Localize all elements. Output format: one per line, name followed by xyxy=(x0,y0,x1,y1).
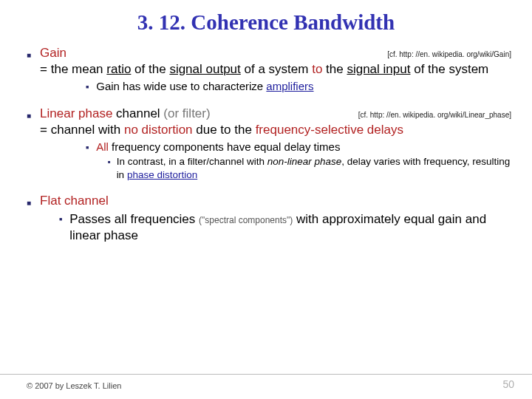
bullet-linear-phase: ■ Linear phase channel (or filter) [cf. … xyxy=(27,106,511,138)
page-number: 50 xyxy=(502,378,514,390)
square-bullet-icon: ■ xyxy=(86,83,89,90)
square-bullet-icon: ■ xyxy=(86,144,89,151)
term-gain: Gain xyxy=(40,45,66,61)
bullet-gain: ■ Gain [cf. http: //en. wikipedia. org/w… xyxy=(27,45,511,78)
square-bullet-icon: ■ xyxy=(59,216,62,222)
term-flat-channel: Flat channel xyxy=(40,194,109,208)
ref-linear-phase: [cf. http: //en. wikipedia. org/wiki/Lin… xyxy=(358,110,511,120)
slide-title: 3. 12. Coherence Bandwidth xyxy=(0,0,532,35)
footer: © 2007 by Leszek T. Lilien 50 xyxy=(0,374,532,390)
term-linear-phase: Linear phase channel (or filter) xyxy=(40,106,211,122)
bullet-contrast: ■ In contrast, in a filter/channel with … xyxy=(27,155,511,181)
square-bullet-icon: ■ xyxy=(27,198,31,208)
square-bullet-icon: ■ xyxy=(27,111,31,120)
def-linear-phase: = channel with no distortion due to the … xyxy=(40,122,511,138)
slide-body: ■ Gain [cf. http: //en. wikipedia. org/w… xyxy=(0,35,532,244)
square-bullet-icon: ■ xyxy=(108,160,111,166)
ref-gain: [cf. http: //en. wikipedia. org/wiki/Gai… xyxy=(387,50,511,59)
copyright: © 2007 by Leszek T. Lilien xyxy=(27,381,121,390)
square-bullet-icon: ■ xyxy=(27,50,31,60)
bullet-gain-sub: ■ Gain has wide use to characterize ampl… xyxy=(27,79,511,94)
bullet-flat-channel: ■ Flat channel xyxy=(27,193,511,209)
def-gain: = the mean ratio of the signal output of… xyxy=(40,61,511,78)
bullet-all-freq: ■ All frequency components have equal de… xyxy=(27,140,511,154)
bullet-flat-sub: ■ Passes all frequencies ("spectral comp… xyxy=(27,211,511,244)
